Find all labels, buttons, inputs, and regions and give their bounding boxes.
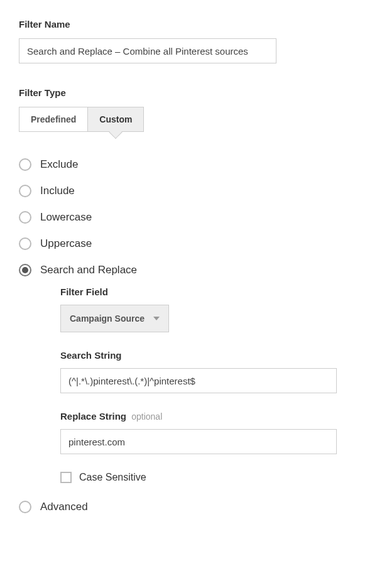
radio-row-uppercase[interactable]: Uppercase xyxy=(19,237,358,250)
radio-row-advanced[interactable]: Advanced xyxy=(19,501,358,513)
radio-row-search-replace[interactable]: Search and Replace xyxy=(19,264,358,276)
replace-string-label-text: Replace String xyxy=(60,411,126,422)
filter-field-label: Filter Field xyxy=(60,286,358,297)
radio-label-exclude: Exclude xyxy=(40,158,78,171)
filter-name-input[interactable] xyxy=(19,38,276,63)
radio-icon xyxy=(19,264,31,276)
replace-string-label: Replace String optional xyxy=(60,411,358,422)
radio-icon xyxy=(19,185,31,197)
radio-icon xyxy=(19,501,31,513)
search-replace-panel: Filter Field Campaign Source Search Stri… xyxy=(60,286,358,483)
filter-type-section: Filter Type Predefined Custom Exclude In… xyxy=(19,87,358,513)
radio-label-uppercase: Uppercase xyxy=(40,237,92,250)
case-sensitive-label: Case Sensitive xyxy=(79,472,146,483)
search-string-input[interactable] xyxy=(60,368,337,393)
radio-label-search-replace: Search and Replace xyxy=(40,264,137,276)
tab-custom[interactable]: Custom xyxy=(87,107,143,131)
case-sensitive-row[interactable]: Case Sensitive xyxy=(60,472,358,483)
radio-label-advanced: Advanced xyxy=(40,501,88,513)
filter-field-dropdown[interactable]: Campaign Source xyxy=(60,305,169,332)
search-string-label: Search String xyxy=(60,350,358,361)
radio-row-include[interactable]: Include xyxy=(19,185,358,197)
replace-string-optional: optional xyxy=(131,411,162,422)
radio-label-include: Include xyxy=(40,185,75,197)
custom-radio-list: Exclude Include Lowercase Uppercase Sear… xyxy=(19,158,358,513)
radio-label-lowercase: Lowercase xyxy=(40,211,92,224)
tab-predefined[interactable]: Predefined xyxy=(19,107,87,131)
checkbox-icon xyxy=(60,472,72,483)
radio-icon xyxy=(19,158,31,171)
replace-string-group: Replace String optional xyxy=(60,411,358,454)
radio-icon xyxy=(19,237,31,250)
filter-type-label: Filter Type xyxy=(19,87,358,98)
radio-row-lowercase[interactable]: Lowercase xyxy=(19,211,358,224)
radio-icon xyxy=(19,211,31,224)
radio-row-exclude[interactable]: Exclude xyxy=(19,158,358,171)
chevron-down-icon xyxy=(153,317,160,320)
search-string-group: Search String xyxy=(60,350,358,393)
filter-name-label: Filter Name xyxy=(19,19,358,30)
filter-field-value: Campaign Source xyxy=(70,313,145,324)
filter-field-group: Filter Field Campaign Source xyxy=(60,286,358,332)
replace-string-input[interactable] xyxy=(60,429,337,454)
filter-type-tabs: Predefined Custom xyxy=(19,107,144,132)
filter-name-section: Filter Name xyxy=(19,19,358,63)
